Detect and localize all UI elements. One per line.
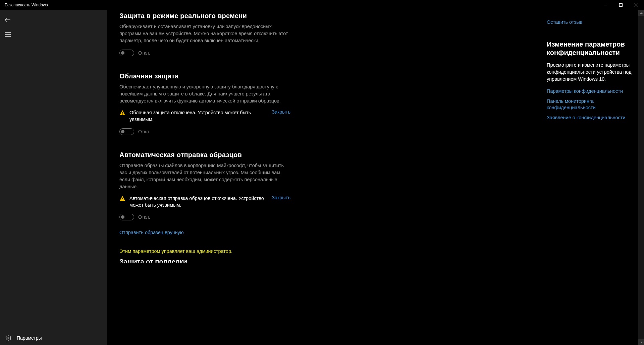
right-cut-heading: Безопасность Windows <box>547 10 637 13</box>
back-arrow-icon <box>4 16 11 23</box>
section-tamper-title-cut: Защита от подделки <box>119 258 290 263</box>
feedback-link[interactable]: Оставить отзыв <box>547 19 637 25</box>
scroll-up-button[interactable] <box>638 10 644 16</box>
back-button[interactable] <box>3 15 13 25</box>
svg-rect-10 <box>122 112 123 114</box>
maximize-button[interactable] <box>613 0 629 10</box>
hamburger-button[interactable] <box>3 29 13 40</box>
toggle-cloud[interactable] <box>119 128 134 135</box>
section-cloud-title: Облачная защита <box>119 72 290 80</box>
sample-warning-text: Автоматическая отправка образцов отключе… <box>129 195 268 209</box>
privacy-settings-link[interactable]: Параметры конфиденциальности <box>547 88 637 95</box>
section-realtime-desc: Обнаруживает и останавливает установку и… <box>119 23 290 44</box>
privacy-dashboard-link[interactable]: Панель мониторинга конфиденциальности <box>547 98 637 111</box>
cloud-close-link[interactable]: Закрыть <box>272 109 290 115</box>
close-button[interactable] <box>629 0 644 10</box>
admin-note: Этим параметром управляет ваш администра… <box>119 249 290 254</box>
right-pane: Безопасность Windows Оставить отзыв Изме… <box>547 10 644 345</box>
section-cloud: Облачная защита Обеспечивает улучшенную … <box>119 72 290 135</box>
toggle-sample-label: Откл. <box>138 214 150 220</box>
minimize-button[interactable] <box>598 0 613 10</box>
privacy-heading: Изменение параметров конфиденциальности <box>547 40 637 57</box>
svg-rect-11 <box>122 114 123 115</box>
warning-icon <box>119 196 125 203</box>
privacy-statement-link[interactable]: Заявление о конфиденциальности <box>547 115 637 121</box>
section-realtime: Защита в режиме реального времени Обнару… <box>119 12 290 56</box>
warning-icon <box>119 110 125 117</box>
manual-sample-link[interactable]: Отправить образец вручную <box>119 230 290 235</box>
window-title: Безопасность Windows <box>0 3 48 7</box>
toggle-sample[interactable] <box>119 214 134 220</box>
privacy-desc: Просмотрите и измените параметры конфиде… <box>547 62 637 83</box>
sample-warning-row: Автоматическая отправка образцов отключе… <box>119 195 290 209</box>
svg-rect-14 <box>122 200 123 200</box>
maximize-icon <box>619 3 623 7</box>
section-sample-title: Автоматическая отправка образцов <box>119 151 290 159</box>
section-cloud-desc: Обеспечивает улучшенную и ускоренную защ… <box>119 83 290 105</box>
sidebar-settings[interactable]: Параметры <box>5 335 42 341</box>
sidebar: Параметры <box>0 10 107 345</box>
titlebar: Безопасность Windows <box>0 0 644 10</box>
hamburger-icon <box>5 32 11 37</box>
svg-point-8 <box>8 337 9 339</box>
section-realtime-title: Защита в режиме реального времени <box>119 12 290 20</box>
window-controls <box>598 0 644 10</box>
gear-icon <box>5 335 11 341</box>
toggle-realtime[interactable] <box>119 50 134 56</box>
section-sample-desc: Отправьте образцы файлов в корпорацию Ма… <box>119 162 290 190</box>
privacy-block: Изменение параметров конфиденциальности … <box>547 40 637 121</box>
cloud-warning-row: Облачная защита отключена. Устройство мо… <box>119 109 290 123</box>
svg-rect-13 <box>122 198 123 199</box>
main-content: Защита в режиме реального времени Обнару… <box>107 10 547 345</box>
vertical-scrollbar[interactable] <box>638 10 644 345</box>
body: Параметры Защита в режиме реального врем… <box>0 10 644 345</box>
scroll-down-button[interactable] <box>638 339 644 345</box>
section-sample: Автоматическая отправка образцов Отправь… <box>119 151 290 235</box>
sample-close-link[interactable]: Закрыть <box>272 195 290 200</box>
minimize-icon <box>604 3 607 7</box>
cloud-warning-text: Облачная защита отключена. Устройство мо… <box>129 109 268 123</box>
sidebar-settings-label: Параметры <box>17 335 42 341</box>
toggle-realtime-label: Откл. <box>138 50 150 56</box>
toggle-cloud-label: Откл. <box>138 129 150 134</box>
svg-rect-1 <box>620 4 623 7</box>
close-icon <box>635 3 638 7</box>
